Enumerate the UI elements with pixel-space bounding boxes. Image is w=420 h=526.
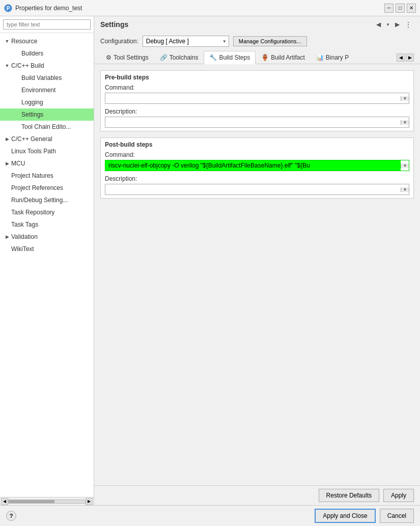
tree-spacer-settings bbox=[14, 112, 20, 118]
sidebar-item-label-run-debug-settings: Run/Debug Setting... bbox=[11, 195, 68, 205]
post-build-command-dropdown[interactable]: ▼ bbox=[401, 163, 409, 168]
pre-build-command-input[interactable] bbox=[105, 93, 401, 103]
tab-binary-p-label: Binary P bbox=[326, 54, 349, 61]
footer-bar: ? Apply and Close Cancel bbox=[0, 505, 420, 526]
sidebar-item-label-task-tags: Task Tags bbox=[11, 219, 38, 230]
help-button[interactable]: ? bbox=[6, 511, 16, 521]
sidebar-item-tool-chain-editor[interactable]: Tool Chain Edito... bbox=[0, 121, 94, 133]
sidebar-item-environment[interactable]: Environment bbox=[0, 84, 94, 96]
close-button[interactable]: ✕ bbox=[407, 4, 416, 13]
post-build-section: Post-build steps Command: ▼ Description:… bbox=[100, 137, 414, 199]
sidebar-item-label-cpp-general: C/C++ General bbox=[11, 134, 52, 144]
tree-spacer-logging bbox=[14, 99, 20, 105]
sidebar-item-build-variables[interactable]: Build Variables bbox=[0, 72, 94, 84]
pre-build-command-label: Command: bbox=[105, 84, 409, 91]
sidebar-item-cpp-build[interactable]: ▼C/C++ Build bbox=[0, 60, 94, 72]
tree-spacer-builders bbox=[14, 50, 20, 57]
config-select[interactable]: Debug [ Active ] Release All Configurati… bbox=[143, 36, 229, 47]
tab-toolchains[interactable]: 🔗 Toolchains bbox=[154, 51, 204, 64]
post-build-command-input[interactable] bbox=[105, 160, 401, 171]
cancel-button[interactable]: Cancel bbox=[380, 509, 414, 523]
pre-build-desc-dropdown[interactable]: ▼ bbox=[401, 120, 409, 125]
tab-tool-settings[interactable]: ⚙ Tool Settings bbox=[100, 51, 154, 64]
post-build-command-row: Command: ▼ bbox=[101, 150, 413, 174]
sidebar-item-wikitext[interactable]: WikiText bbox=[0, 243, 94, 255]
nav-forward-button[interactable]: ▶ bbox=[393, 20, 402, 29]
sidebar-item-validation[interactable]: ▶Validation bbox=[0, 231, 94, 243]
tree-spacer-project-references bbox=[4, 185, 10, 191]
tree-spacer-linux-tools-path bbox=[4, 148, 10, 154]
expand-arrow-mcu[interactable]: ▶ bbox=[4, 160, 10, 167]
apply-button[interactable]: Apply bbox=[383, 489, 414, 502]
tab-build-artifact-label: Build Artifact bbox=[271, 54, 305, 61]
sidebar-item-run-debug-settings[interactable]: Run/Debug Setting... bbox=[0, 194, 94, 206]
scroll-left-arrow[interactable]: ◀ bbox=[1, 498, 8, 505]
pre-build-command-input-wrap: ▼ bbox=[105, 93, 409, 104]
sidebar-scrollbar: ◀ ▶ bbox=[0, 497, 94, 505]
nav-menu-button[interactable]: ⋮ bbox=[403, 19, 414, 30]
post-build-desc-input[interactable] bbox=[105, 184, 401, 195]
post-build-title: Post-build steps bbox=[101, 138, 413, 150]
sidebar-item-label-cpp-build: C/C++ Build bbox=[11, 61, 44, 71]
expand-arrow-resource[interactable]: ▼ bbox=[4, 38, 10, 44]
sidebar-item-cpp-general[interactable]: ▶C/C++ General bbox=[0, 133, 94, 145]
sidebar-item-builders[interactable]: Builders bbox=[0, 47, 94, 60]
post-build-desc-dropdown[interactable]: ▼ bbox=[401, 187, 409, 192]
tab-binary-p[interactable]: 📊 Binary P bbox=[311, 51, 354, 64]
pre-build-command-dropdown[interactable]: ▼ bbox=[401, 96, 409, 101]
nav-dropdown-button[interactable]: ▼ bbox=[384, 21, 392, 28]
post-build-command-label: Command: bbox=[105, 151, 409, 158]
config-label: Configuration: bbox=[100, 38, 138, 45]
sidebar-item-label-wikitext: WikiText bbox=[11, 244, 34, 254]
tabs-bar: ⚙ Tool Settings 🔗 Toolchains 🔧 Build Ste… bbox=[94, 51, 420, 64]
nav-back-button[interactable]: ◀ bbox=[374, 20, 383, 29]
scroll-right-arrow[interactable]: ▶ bbox=[86, 498, 93, 505]
manage-configurations-button[interactable]: Manage Configurations... bbox=[233, 36, 307, 46]
tree-spacer-wikitext bbox=[4, 246, 10, 252]
tab-scroll-left[interactable]: ◀ bbox=[397, 53, 405, 62]
main-content: ▼ResourceBuilders▼C/C++ BuildBuild Varia… bbox=[0, 16, 420, 505]
tab-toolchains-label: Toolchains bbox=[170, 54, 199, 61]
sidebar-item-settings[interactable]: Settings bbox=[0, 108, 94, 121]
tab-scroll-controls: ◀ ▶ bbox=[397, 53, 414, 62]
sidebar-item-task-tags[interactable]: Task Tags bbox=[0, 218, 94, 231]
right-panel: Settings ◀ ▼ ▶ ⋮ Configuration: Debug [ … bbox=[94, 16, 420, 505]
pre-build-title: Pre-build steps bbox=[101, 71, 413, 83]
minimize-button[interactable]: ─ bbox=[384, 4, 394, 13]
maximize-button[interactable]: □ bbox=[396, 4, 405, 13]
sidebar-item-task-repository[interactable]: Task Repository bbox=[0, 206, 94, 218]
sidebar-item-project-references[interactable]: Project References bbox=[0, 182, 94, 194]
app-icon: P bbox=[4, 4, 12, 12]
restore-defaults-button[interactable]: Restore Defaults bbox=[319, 489, 379, 502]
sidebar-item-label-tool-chain-editor: Tool Chain Edito... bbox=[21, 122, 71, 132]
sidebar-item-label-settings: Settings bbox=[21, 109, 43, 120]
expand-arrow-validation[interactable]: ▶ bbox=[4, 234, 10, 240]
sidebar: ▼ResourceBuilders▼C/C++ BuildBuild Varia… bbox=[0, 16, 94, 505]
tree-spacer-task-repository bbox=[4, 209, 10, 215]
sidebar-item-resource[interactable]: ▼Resource bbox=[0, 35, 94, 47]
sidebar-item-label-task-repository: Task Repository bbox=[11, 207, 54, 217]
window-controls: ─ □ ✕ bbox=[384, 4, 416, 13]
sidebar-item-project-natures[interactable]: Project Natures bbox=[0, 170, 94, 182]
sidebar-item-mcu[interactable]: ▶MCU bbox=[0, 157, 94, 170]
sidebar-item-logging[interactable]: Logging bbox=[0, 96, 94, 108]
tab-build-steps[interactable]: 🔧 Build Steps bbox=[204, 51, 256, 64]
sidebar-item-label-environment: Environment bbox=[21, 85, 55, 95]
toolchains-icon: 🔗 bbox=[160, 54, 167, 61]
expand-arrow-cpp-build[interactable]: ▼ bbox=[4, 63, 10, 69]
tab-build-artifact[interactable]: 🏺 Build Artifact bbox=[256, 51, 311, 64]
sidebar-item-linux-tools-path[interactable]: Linux Tools Path bbox=[0, 145, 94, 157]
tree-spacer-environment bbox=[14, 87, 20, 93]
search-input[interactable] bbox=[3, 19, 91, 30]
tab-scroll-right[interactable]: ▶ bbox=[406, 53, 414, 62]
pre-build-desc-label: Description: bbox=[105, 108, 409, 115]
binary-p-icon: 📊 bbox=[316, 54, 324, 61]
apply-and-close-button[interactable]: Apply and Close bbox=[315, 509, 375, 523]
pre-build-desc-row: Description: ▼ bbox=[101, 107, 413, 131]
post-build-desc-row: Description: ▼ bbox=[101, 174, 413, 198]
tab-build-steps-label: Build Steps bbox=[219, 54, 250, 61]
pre-build-desc-input[interactable] bbox=[105, 117, 401, 127]
post-build-command-input-wrap: ▼ bbox=[105, 160, 409, 171]
expand-arrow-cpp-general[interactable]: ▶ bbox=[4, 136, 10, 142]
tree-spacer-task-tags bbox=[4, 222, 10, 228]
